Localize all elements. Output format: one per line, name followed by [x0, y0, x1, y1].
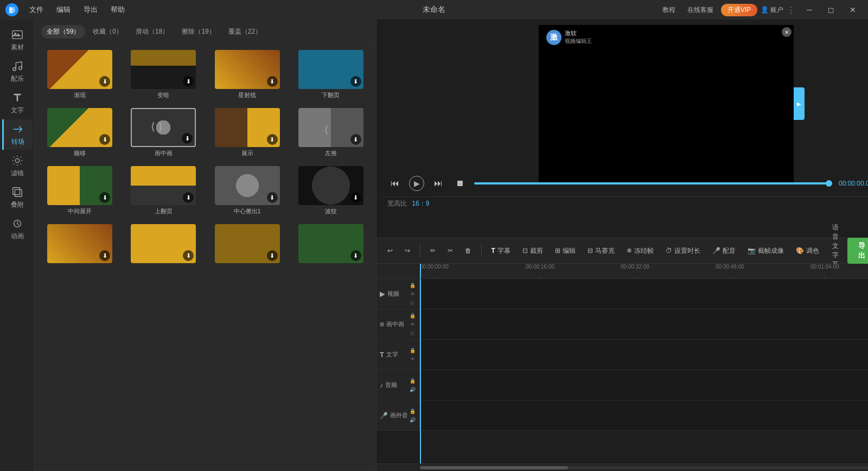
crop-button[interactable]: ⊡ 裁剪: [518, 244, 547, 258]
download-icon-flipup[interactable]: ⬇: [183, 192, 194, 203]
tab-all[interactable]: 全部（59）: [41, 25, 85, 39]
transition-show[interactable]: ⬇ 展示: [208, 106, 287, 160]
transition-flipup[interactable]: ⬇ 上翻页: [124, 164, 203, 218]
track-content-text[interactable]: [420, 340, 868, 370]
tab-slide[interactable]: 滑动（18）: [130, 25, 174, 39]
menu-export[interactable]: 导出: [78, 3, 103, 17]
close-button[interactable]: ✕: [842, 0, 864, 20]
download-icon-morph[interactable]: ⬇: [183, 76, 194, 87]
transition-star[interactable]: ⬇ 星射线: [208, 48, 287, 101]
transition-extra2[interactable]: ⬇: [124, 222, 203, 268]
transition-extra1[interactable]: ⬇: [40, 222, 119, 268]
dub-button[interactable]: 🎤 配音: [708, 244, 740, 258]
sidebar-item-media[interactable]: 素材: [2, 25, 33, 55]
mosaic-button[interactable]: ⊟ 马赛克: [583, 244, 619, 258]
account-button[interactable]: 👤 账户: [761, 5, 783, 15]
minimize-button[interactable]: ─: [799, 0, 820, 20]
track-mute-text[interactable]: 👁: [409, 355, 416, 363]
download-icon-extra4[interactable]: ⬇: [350, 250, 361, 261]
track-lock-video[interactable]: 🔒: [409, 282, 416, 289]
subtitle-button[interactable]: T 字幕: [487, 244, 515, 258]
menu-help[interactable]: 帮助: [105, 3, 130, 17]
stop-button[interactable]: ⏹: [452, 176, 468, 191]
track-content-audio[interactable]: [420, 370, 868, 400]
prev-frame-button[interactable]: ⏮: [387, 176, 403, 191]
duration-button[interactable]: ⏱ 设置时长: [661, 244, 705, 258]
tab-cover[interactable]: 覆盖（22）: [223, 25, 267, 39]
transition-morph[interactable]: ⬇ 变暗: [124, 48, 203, 101]
download-icon-centerout1[interactable]: ⬇: [267, 192, 278, 203]
redo-button[interactable]: ↪: [400, 245, 414, 257]
app-logo: 影: [2, 0, 22, 20]
track-mute-voiceover[interactable]: 🔊: [409, 416, 416, 424]
track-mute-video[interactable]: 👁: [409, 290, 416, 298]
menu-file[interactable]: 文件: [24, 3, 49, 17]
menu-edit[interactable]: 编辑: [51, 3, 76, 17]
cut-button[interactable]: ✂: [443, 245, 457, 257]
sidebar-item-overlay[interactable]: 叠附: [2, 182, 33, 213]
track-solo-pip[interactable]: ◎: [409, 329, 416, 337]
next-frame-button[interactable]: ⏭: [431, 176, 446, 191]
tutorial-link[interactable]: 教程: [658, 3, 680, 17]
download-icon-flipdown[interactable]: ⬇: [350, 76, 361, 87]
download-icon-midopen[interactable]: ⬇: [99, 192, 110, 203]
sidebar-item-music[interactable]: 配乐: [2, 56, 33, 87]
track-lock-audio[interactable]: 🔒: [409, 377, 416, 385]
sidebar-item-transition[interactable]: 转场: [2, 119, 33, 150]
download-icon-star[interactable]: ⬇: [267, 76, 278, 87]
scroll-track[interactable]: [420, 466, 868, 469]
transition-fade[interactable]: ⬇ 渐现: [40, 48, 119, 101]
freeze-button[interactable]: ❄ 冻结帧: [622, 244, 658, 258]
transition-pushleft[interactable]: ⟨ ⬇ 左推: [291, 106, 371, 160]
pen-button[interactable]: ✏: [426, 245, 440, 257]
sidebar-item-text[interactable]: 文字: [2, 88, 33, 118]
maximize-button[interactable]: ◻: [820, 0, 842, 20]
transition-wave[interactable]: ⬇ 波纹: [291, 164, 371, 218]
track-content-voiceover[interactable]: [420, 400, 868, 430]
transition-pip[interactable]: ⟨ ⟩ ⬇ 画中画: [124, 106, 203, 160]
transition-extra4[interactable]: ⬇: [291, 222, 371, 268]
progress-handle[interactable]: [826, 180, 832, 187]
play-pause-button[interactable]: ▶: [409, 176, 424, 191]
download-icon-wave[interactable]: ⬇: [350, 192, 361, 203]
export-button[interactable]: 导出: [847, 238, 868, 264]
timeline-scrollbar[interactable]: [376, 463, 868, 471]
tab-wipe[interactable]: 擦除（19）: [176, 25, 220, 39]
sidebar-item-animation[interactable]: 动画: [2, 214, 33, 244]
support-link[interactable]: 在线客服: [683, 3, 718, 17]
download-icon-pip[interactable]: ⬇: [182, 133, 193, 144]
scale-button[interactable]: ⊞ 编辑: [551, 244, 580, 258]
transition-centerout1[interactable]: ⬇ 中心擦出1: [208, 164, 287, 218]
track-content-video[interactable]: [420, 279, 868, 309]
download-icon-extra2[interactable]: ⬇: [183, 250, 194, 261]
color-button[interactable]: 🎨 调色: [792, 244, 824, 258]
download-icon-show[interactable]: ⬇: [267, 134, 278, 145]
more-icon[interactable]: ⋮: [787, 5, 795, 15]
track-lock-voiceover[interactable]: 🔒: [409, 408, 416, 415]
promo-close-button[interactable]: ✕: [782, 27, 792, 37]
scroll-thumb[interactable]: [420, 466, 568, 469]
download-icon-pan[interactable]: ⬇: [99, 134, 110, 145]
vip-button[interactable]: 开通VIP: [721, 4, 757, 16]
tab-favorites[interactable]: 收藏（0）: [87, 25, 128, 39]
download-icon-extra1[interactable]: ⬇: [99, 250, 110, 261]
transition-flipdown[interactable]: ⬇ 下翻页: [291, 48, 371, 101]
track-content-pip[interactable]: S 中 · 🎤 ⊞ 👕 🎨: [420, 309, 868, 339]
screenshot-button[interactable]: 📷 截帧成像: [743, 244, 788, 258]
sidebar-item-filter[interactable]: 滤镜: [2, 151, 33, 181]
transition-pan[interactable]: ⬇ 频移: [40, 106, 119, 160]
download-icon-fade[interactable]: ⬇: [99, 76, 110, 87]
track-mute-audio[interactable]: 🔊: [409, 386, 416, 393]
download-icon-pushleft[interactable]: ⬇: [350, 134, 361, 145]
undo-button[interactable]: ↩: [383, 245, 397, 257]
track-solo-video[interactable]: ◎: [409, 299, 416, 307]
track-lock-pip[interactable]: 🔒: [409, 312, 416, 320]
preview-sidebar-tab[interactable]: ▶: [794, 87, 805, 120]
track-lock-text[interactable]: 🔒: [409, 347, 416, 354]
transition-extra3[interactable]: ⬇: [208, 222, 287, 268]
delete-button[interactable]: 🗑: [461, 245, 476, 257]
progress-bar[interactable]: [474, 182, 832, 184]
download-icon-extra3[interactable]: ⬇: [267, 250, 278, 261]
track-mute-pip[interactable]: 👁: [409, 321, 416, 328]
transition-midopen[interactable]: ⬇ 中间展开: [40, 164, 119, 218]
